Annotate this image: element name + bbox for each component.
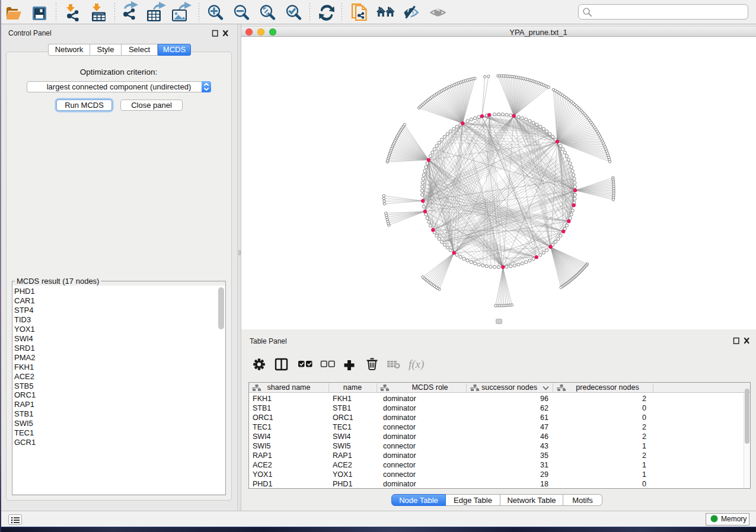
svg-text:f(x): f(x)	[409, 358, 424, 371]
